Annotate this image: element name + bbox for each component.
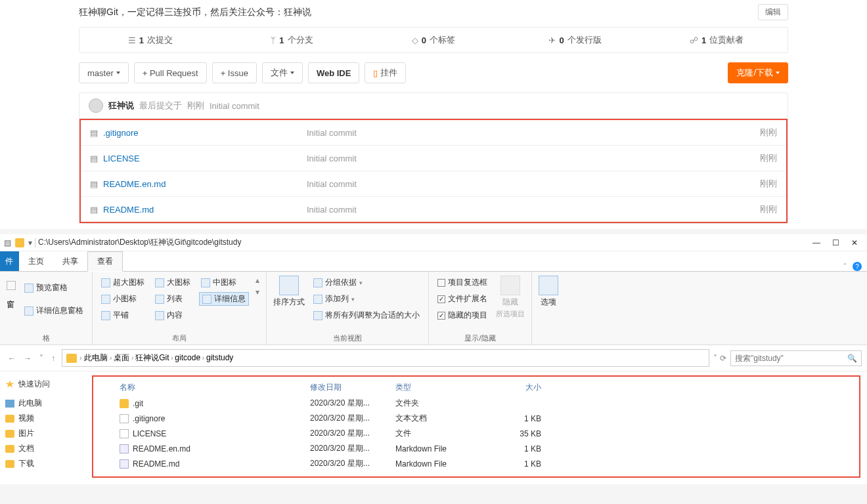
- explorer-file-row[interactable]: LICENSE2020/3/20 星期...文件35 KB: [120, 426, 833, 441]
- window-menu-icon[interactable]: ▤: [4, 238, 11, 247]
- branch-select[interactable]: master: [79, 62, 129, 83]
- search-input[interactable]: [735, 354, 843, 363]
- file-extensions-toggle[interactable]: ✓文件扩展名: [435, 292, 489, 306]
- issue-button[interactable]: + Issue: [212, 62, 257, 83]
- commit-message[interactable]: Initial commit: [210, 101, 259, 111]
- layout-lg[interactable]: 大图标: [153, 276, 192, 289]
- file-icon: ▤: [90, 179, 98, 189]
- web-ide-button[interactable]: Web IDE: [308, 62, 360, 83]
- col-type[interactable]: 类型: [395, 382, 487, 393]
- repo-file-commit-msg[interactable]: Initial commit: [307, 154, 760, 163]
- help-icon[interactable]: ?: [853, 262, 862, 271]
- repo-file-row[interactable]: ▤.gitignoreInitial commit刚刚: [81, 120, 786, 145]
- explorer-file-name: README.en.md: [133, 444, 190, 453]
- layout-sm[interactable]: 小图标: [99, 292, 146, 306]
- details-pane-button[interactable]: 详细信息窗格: [22, 304, 85, 318]
- explorer-file-row[interactable]: README.en.md2020/3/20 星期...Markdown File…: [120, 441, 833, 456]
- group-by-button[interactable]: 分组依据 ▾: [311, 276, 422, 289]
- repo-file-name[interactable]: LICENSE: [103, 154, 140, 163]
- attachment-button[interactable]: ▯挂件: [365, 62, 406, 83]
- breadcrumb[interactable]: › 此电脑 › 桌面 › 狂神说Git › gitcode › gitstudy: [62, 349, 709, 367]
- hidden-items-toggle[interactable]: ✓隐藏的项目: [435, 308, 489, 322]
- layout-details[interactable]: 详细信息: [199, 292, 249, 306]
- explorer-file-row[interactable]: .gitignore2020/3/20 星期...文本文档1 KB: [120, 411, 833, 426]
- tab-home[interactable]: 主页: [19, 252, 53, 271]
- stat-branches[interactable]: ᛘ1个分支: [221, 28, 363, 52]
- sidebar-videos[interactable]: 视频: [4, 411, 81, 426]
- breadcrumb-item[interactable]: 桌面: [114, 353, 129, 362]
- repo-file-row[interactable]: ▤README.mdInitial commit刚刚: [81, 196, 786, 222]
- explorer-file-type: Markdown File: [395, 459, 487, 469]
- layout-scroll-up-icon[interactable]: ▴: [256, 276, 259, 285]
- explorer-file-date: 2020/3/20 星期...: [310, 428, 395, 439]
- sidebar-documents[interactable]: 文档: [4, 441, 81, 456]
- layout-tiles[interactable]: 平铺: [99, 308, 146, 322]
- explorer-file-row[interactable]: .git2020/3/20 星期...文件夹: [120, 396, 833, 411]
- layout-list[interactable]: 列表: [153, 292, 192, 306]
- pull-request-button[interactable]: + Pull Request: [134, 62, 207, 83]
- nav-up-button[interactable]: ↑: [49, 352, 58, 364]
- files-dropdown[interactable]: 文件: [262, 62, 303, 83]
- sidebar-quick-access[interactable]: 快速访问: [4, 377, 81, 392]
- sidebar-pictures[interactable]: 图片: [4, 426, 81, 441]
- minimize-button[interactable]: —: [812, 238, 820, 247]
- col-size[interactable]: 大小: [487, 382, 546, 393]
- tab-share[interactable]: 共享: [53, 252, 87, 271]
- explorer-file-row[interactable]: README.md2020/3/20 星期...Markdown File1 K…: [120, 456, 833, 471]
- sort-by-button[interactable]: 排序方式: [273, 276, 305, 308]
- repo-file-name[interactable]: .gitignore: [103, 128, 138, 138]
- repo-file-row[interactable]: ▤LICENSEInitial commit刚刚: [81, 145, 786, 171]
- repo-file-name[interactable]: README.md: [103, 205, 154, 215]
- col-date[interactable]: 修改日期: [310, 382, 395, 393]
- repo-file-commit-msg[interactable]: Initial commit: [307, 179, 760, 189]
- close-button[interactable]: ✕: [851, 238, 858, 247]
- breadcrumb-item[interactable]: 此电脑: [84, 353, 108, 362]
- stat-tags[interactable]: ◇0个标签: [363, 28, 504, 52]
- preview-pane-button[interactable]: 预览窗格: [22, 281, 85, 295]
- nav-recent-button[interactable]: ˅: [37, 352, 46, 364]
- item-checkboxes-toggle[interactable]: 项目复选框: [435, 276, 489, 289]
- edit-button[interactable]: 编辑: [758, 4, 788, 20]
- nav-pane-icon[interactable]: [7, 281, 16, 290]
- breadcrumb-item[interactable]: gitcode: [175, 353, 200, 362]
- options-button[interactable]: 选项: [539, 276, 558, 308]
- autosize-columns-button[interactable]: 将所有列调整为合适的大小: [311, 308, 422, 322]
- sidebar-this-pc[interactable]: 此电脑: [4, 396, 81, 411]
- add-columns-button[interactable]: 添加列 ▾: [311, 292, 422, 306]
- repo-file-name[interactable]: README.en.md: [103, 179, 166, 189]
- clone-download-button[interactable]: 克隆/下载: [728, 62, 788, 83]
- nav-forward-button[interactable]: →: [21, 352, 34, 364]
- layout-xl[interactable]: 超大图标: [99, 276, 146, 289]
- ribbon-group-current-view: 排序方式 分组依据 ▾ 添加列 ▾ 将所有列调整为合适的大小 当前视图: [267, 272, 429, 345]
- ribbon-group-panes: 窗 预览窗格 详细信息窗格 格: [0, 272, 93, 345]
- txt-icon: [120, 414, 129, 423]
- stat-releases[interactable]: ✈0个发行版: [504, 28, 646, 52]
- folder-icon: [5, 460, 14, 468]
- address-dropdown-icon[interactable]: ˅: [713, 354, 717, 363]
- breadcrumb-item[interactable]: gitstudy: [206, 353, 233, 362]
- refresh-button[interactable]: ⟳: [720, 354, 726, 363]
- sidebar-downloads[interactable]: 下载: [4, 456, 81, 471]
- search-box[interactable]: 🔍: [730, 350, 862, 366]
- stat-commits[interactable]: ☰1次提交: [79, 28, 221, 52]
- ribbon-collapse-icon[interactable]: ˆ: [844, 263, 846, 270]
- nav-back-button[interactable]: ←: [5, 352, 18, 364]
- stat-contributors[interactable]: ☍1位贡献者: [646, 28, 788, 52]
- layout-scroll-down-icon[interactable]: ▾: [256, 287, 259, 297]
- folder-icon: [15, 238, 24, 247]
- col-name[interactable]: 名称: [120, 382, 310, 393]
- repo-file-commit-msg[interactable]: Initial commit: [307, 205, 760, 215]
- repo-file-row[interactable]: ▤README.en.mdInitial commit刚刚: [81, 171, 786, 196]
- release-icon: ✈: [548, 35, 556, 45]
- layout-content[interactable]: 内容: [153, 308, 192, 322]
- commit-user[interactable]: 狂神说: [108, 100, 134, 112]
- chevron-right-icon: ›: [108, 354, 114, 362]
- repo-file-commit-msg[interactable]: Initial commit: [307, 128, 760, 138]
- maximize-button[interactable]: ☐: [832, 238, 839, 247]
- tab-view[interactable]: 查看: [87, 251, 123, 272]
- title-dropdown-icon[interactable]: ▾: [28, 238, 32, 247]
- tag-icon: ◇: [412, 35, 418, 45]
- breadcrumb-item[interactable]: 狂神说Git: [135, 353, 169, 362]
- layout-md[interactable]: 中图标: [199, 276, 249, 289]
- tab-file[interactable]: 件: [0, 251, 19, 271]
